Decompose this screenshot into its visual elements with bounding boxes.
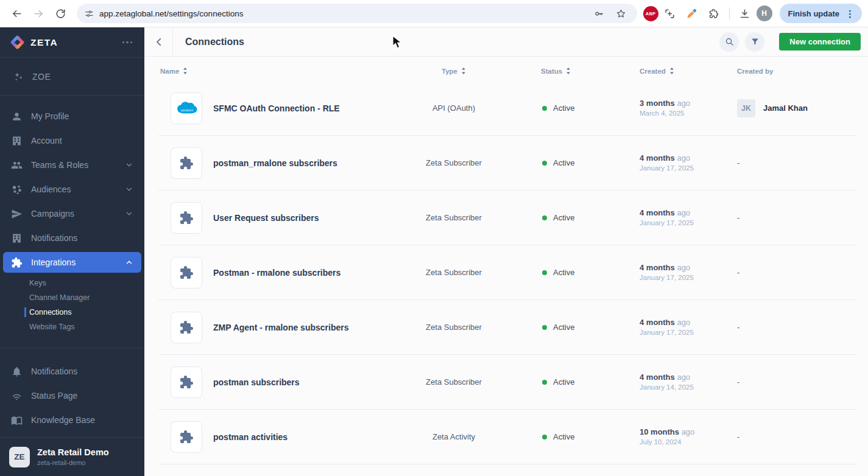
- table-row[interactable]: postman subscribersZeta SubscriberActive…: [158, 355, 856, 410]
- sidebar-item-audiences[interactable]: Audiences: [0, 177, 144, 201]
- connection-type: Zeta Subscriber: [396, 377, 512, 387]
- screenshot-crop-icon[interactable]: [660, 3, 680, 24]
- cell-name: postman_rmalone subscribers: [158, 147, 396, 179]
- sidebar-item-notifications[interactable]: Notifications: [0, 226, 144, 250]
- sidebar-item-integrations[interactable]: Integrations: [3, 252, 141, 273]
- new-connection-button[interactable]: New connection: [779, 33, 861, 51]
- page-toolbar: Connections New connection: [144, 27, 868, 57]
- color-picker-icon[interactable]: [682, 3, 702, 24]
- chevron-up-icon: [125, 258, 133, 267]
- finish-update-button[interactable]: Finish update ⋮: [780, 4, 863, 23]
- sort-icon: [669, 67, 674, 75]
- subnav-item-label: Website Tags: [29, 323, 75, 331]
- creator-empty: -: [737, 432, 739, 441]
- connection-created-by: -: [725, 268, 856, 277]
- extensions-puzzle-icon[interactable]: [704, 3, 724, 24]
- chevron-down-icon: [125, 185, 133, 194]
- column-header-created[interactable]: Created: [615, 67, 725, 75]
- subnav-item-website-tags[interactable]: Website Tags: [0, 320, 144, 334]
- created-date: January 17, 2025: [640, 328, 725, 338]
- browser-forward-icon[interactable]: [28, 3, 49, 24]
- creator-avatar: JK: [737, 99, 755, 117]
- sidebar-item-label: ZOE: [32, 72, 51, 82]
- subnav-item-label: Channel Manager: [29, 293, 90, 302]
- connection-name: Postman - rmalone subscribers: [213, 268, 340, 278]
- created-relative: 3 months ago: [640, 98, 725, 109]
- sidebar-item-status-page[interactable]: Status Page: [0, 383, 144, 408]
- downloads-icon[interactable]: [735, 3, 755, 24]
- table-row[interactable]: User Request subscribersZeta SubscriberA…: [158, 191, 856, 245]
- sidebar-item-teams-roles[interactable]: Teams & Roles: [0, 153, 144, 177]
- subnav-item-channel-manager[interactable]: Channel Manager: [0, 290, 144, 305]
- table-row[interactable]: postman activitiesZeta ActivityActive10 …: [158, 410, 856, 464]
- cell-name: salesforceSFMC OAuth Connection - RLE: [158, 93, 396, 124]
- created-ago-suffix: ago: [675, 153, 690, 163]
- org-switcher[interactable]: ZE Zeta Retail Demo zeta-retail-demo: [0, 437, 144, 476]
- connection-name: SFMC OAuth Connection - RLE: [213, 103, 340, 113]
- table-row[interactable]: ZMP Agent - rmalone subscribersZeta Subs…: [158, 300, 856, 355]
- connection-created-by: -: [725, 213, 856, 222]
- browser-back-icon[interactable]: [6, 3, 27, 24]
- sidebar-item-label: Campaigns: [31, 209, 74, 219]
- password-key-icon[interactable]: [591, 5, 608, 22]
- org-avatar: ZE: [9, 447, 30, 467]
- sort-icon: [566, 67, 571, 75]
- back-button[interactable]: [149, 32, 169, 52]
- salesforce-logo: salesforce: [171, 93, 202, 124]
- browser-reload-icon[interactable]: [50, 3, 71, 24]
- sidebar-item-knowledge-base[interactable]: Knowledge Base: [0, 408, 144, 432]
- sidebar: ZETA ZOE My ProfileAccountTeams & RolesA…: [0, 27, 144, 476]
- table-row[interactable]: Postman - rmalone subscribersZeta Subscr…: [158, 245, 856, 300]
- column-header-type[interactable]: Type: [396, 67, 512, 75]
- status-label: Active: [553, 158, 574, 167]
- chevron-down-icon: [125, 209, 133, 218]
- brand-name: ZETA: [30, 37, 58, 48]
- subnav-item-keys[interactable]: Keys: [0, 276, 144, 290]
- connection-created: 3 months agoMarch 4, 2025: [615, 98, 725, 118]
- chevron-down-icon: [125, 161, 133, 169]
- connection-created-by: -: [725, 377, 856, 387]
- connection-created-by: -: [725, 323, 856, 332]
- column-header-status[interactable]: Status: [512, 67, 615, 75]
- adblock-extension-icon[interactable]: ABP: [643, 6, 658, 21]
- sidebar-menu-dots-icon[interactable]: [122, 41, 133, 44]
- created-date: January 17, 2025: [640, 273, 725, 283]
- created-relative: 4 months ago: [640, 372, 725, 383]
- sidebar-item-campaigns[interactable]: Campaigns: [0, 201, 144, 226]
- bookmark-star-icon[interactable]: [613, 5, 630, 22]
- sidebar-item-notifications-bell[interactable]: Notifications: [0, 359, 144, 383]
- filter-button[interactable]: [745, 32, 764, 52]
- cell-name: postman activities: [158, 421, 396, 453]
- table-row[interactable]: salesforceSFMC OAuth Connection - RLEAPI…: [158, 81, 856, 136]
- connection-created: 4 months agoJanuary 17, 2025: [615, 262, 725, 282]
- created-ago-suffix: ago: [675, 318, 690, 327]
- sidebar-item-account[interactable]: Account: [0, 128, 144, 153]
- sidebar-item-zoe[interactable]: ZOE: [0, 58, 144, 96]
- sidebar-item-label: Teams & Roles: [31, 160, 88, 170]
- connection-puzzle-icon: [171, 147, 202, 179]
- filter-funnel-icon: [750, 37, 760, 46]
- search-button[interactable]: [719, 32, 739, 52]
- toolbar-divider: [729, 7, 730, 19]
- sidebar-bottom: NotificationsStatus PageKnowledge Base Z…: [0, 348, 144, 476]
- address-bar[interactable]: app.zetaglobal.net/settings/connections: [77, 4, 637, 23]
- created-relative: 4 months ago: [640, 153, 725, 164]
- connection-name: postman_rmalone subscribers: [213, 158, 337, 168]
- browser-profile-avatar[interactable]: H: [757, 5, 772, 21]
- status-dot: [542, 215, 547, 220]
- created-date: January 17, 2025: [640, 164, 725, 173]
- status-dot: [542, 270, 547, 275]
- creator-empty: -: [737, 213, 739, 222]
- browser-menu-kebab-icon[interactable]: ⋮: [843, 9, 857, 18]
- table-row[interactable]: postman_rmalone subscribersZeta Subscrib…: [158, 136, 856, 191]
- subnav-item-connections[interactable]: Connections: [0, 305, 144, 320]
- sidebar-item-my-profile[interactable]: My Profile: [0, 104, 144, 128]
- connection-puzzle-icon: [171, 202, 202, 234]
- book-icon: [11, 415, 23, 426]
- connection-name: postman activities: [213, 432, 288, 442]
- signal-icon: [11, 390, 23, 402]
- connection-name: User Request subscribers: [213, 213, 319, 223]
- column-header-name[interactable]: Name: [158, 67, 396, 75]
- puzzle-icon: [11, 257, 23, 268]
- sidebar-item-label: Integrations: [31, 257, 76, 267]
